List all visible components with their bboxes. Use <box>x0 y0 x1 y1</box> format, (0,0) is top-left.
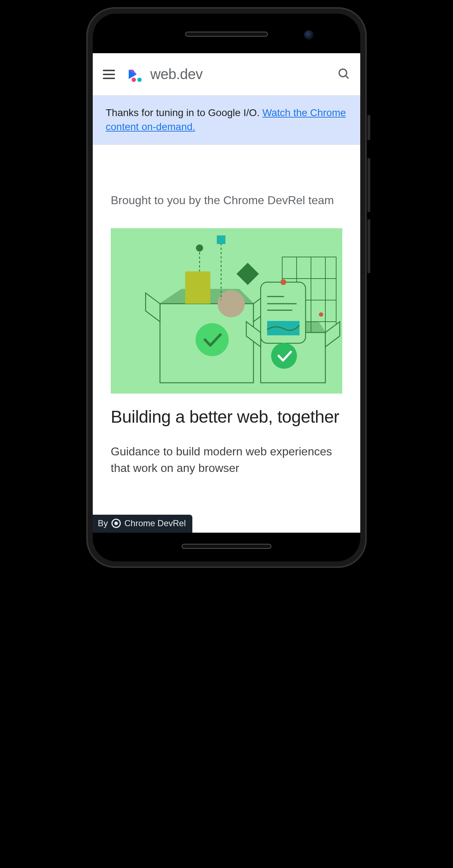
badge-label: Chrome DevRel <box>124 518 186 528</box>
hero-kicker: Brought to you by the Chrome DevRel team <box>111 192 342 209</box>
menu-icon <box>103 74 115 75</box>
hero-heading: Building a better web, together <box>111 407 342 427</box>
phone-frame: web.dev Thanks for tuning in to Google I… <box>86 7 367 568</box>
phone-camera <box>304 30 314 40</box>
svg-line-3 <box>346 75 348 78</box>
svg-point-18 <box>196 244 203 252</box>
svg-point-33 <box>271 343 297 369</box>
webdev-logo-icon <box>127 65 145 83</box>
svg-point-2 <box>339 69 347 77</box>
announcement-banner: Thanks for tuning in to Google I/O. Watc… <box>93 96 360 145</box>
menu-icon <box>103 78 115 79</box>
menu-button[interactable] <box>103 66 119 82</box>
svg-point-28 <box>280 279 286 285</box>
hero-illustration <box>111 228 342 394</box>
svg-marker-12 <box>146 293 160 322</box>
banner-text: Thanks for tuning in to Google I/O. <box>106 107 262 118</box>
site-title: web.dev <box>150 66 202 82</box>
main-content: Brought to you by the Chrome DevRel team <box>93 145 360 476</box>
attribution-badge[interactable]: By Chrome DevRel <box>93 515 192 533</box>
screen: web.dev Thanks for tuning in to Google I… <box>93 53 360 533</box>
svg-point-1 <box>137 78 142 82</box>
top-bar: web.dev <box>93 53 360 96</box>
svg-rect-20 <box>217 235 225 244</box>
svg-marker-24 <box>325 322 340 347</box>
hero-subtext: Guidance to build modern web experiences… <box>111 443 342 477</box>
svg-point-16 <box>218 290 245 317</box>
phone-side-button <box>367 115 370 140</box>
svg-point-0 <box>132 78 136 82</box>
chrome-icon <box>111 519 121 528</box>
svg-rect-21 <box>237 263 259 285</box>
phone-side-button <box>367 158 370 212</box>
phone-speaker-bottom <box>182 544 271 549</box>
phone-bezel: web.dev Thanks for tuning in to Google I… <box>93 14 360 561</box>
search-icon <box>337 67 350 80</box>
site-logo-link[interactable]: web.dev <box>127 65 202 83</box>
phone-speaker <box>185 32 268 37</box>
search-button[interactable] <box>337 67 350 82</box>
svg-point-34 <box>319 312 323 317</box>
badge-prefix: By <box>98 518 108 528</box>
phone-side-button <box>367 219 370 273</box>
menu-icon <box>103 70 115 71</box>
svg-point-22 <box>196 323 229 356</box>
svg-rect-15 <box>185 271 210 304</box>
